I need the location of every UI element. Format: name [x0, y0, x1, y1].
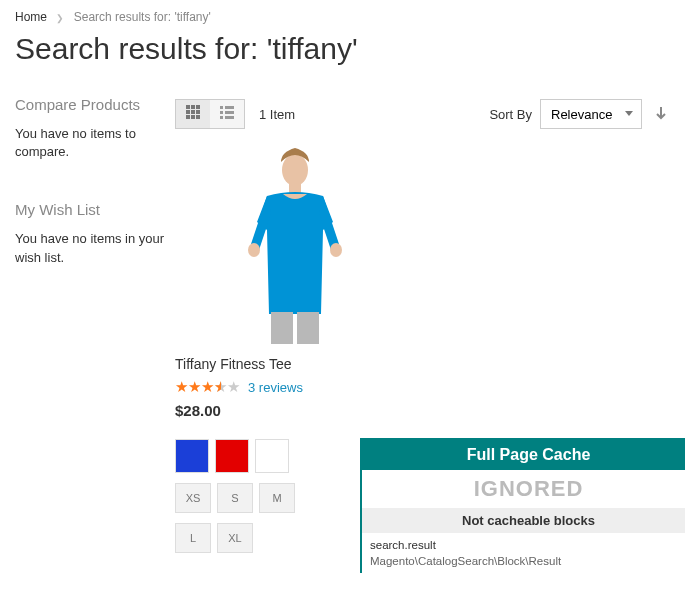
svg-rect-10 [225, 106, 234, 109]
size-m[interactable]: M [259, 483, 295, 513]
rating-stars: ★ ★ ★ ★ ★ [175, 378, 240, 396]
grid-icon [185, 104, 201, 124]
swatch-blue[interactable] [175, 439, 209, 473]
svg-rect-9 [220, 106, 223, 109]
size-xs[interactable]: XS [175, 483, 211, 513]
sort-by-label: Sort By [489, 107, 532, 122]
star-icon: ★ [201, 378, 214, 396]
fpc-status: IGNORED [362, 470, 685, 508]
svg-point-19 [330, 243, 342, 257]
fpc-title: Full Page Cache [362, 440, 685, 470]
list-view-button[interactable] [210, 100, 244, 128]
svg-rect-0 [186, 105, 190, 109]
product-name: Tiffany Fitness Tee [175, 356, 415, 372]
svg-rect-7 [191, 115, 195, 119]
fpc-block-name: search.result [370, 538, 685, 554]
star-icon: ★ [188, 378, 201, 396]
fpc-debug-panel: Full Page Cache IGNORED Not cacheable bl… [360, 438, 685, 573]
breadcrumb: Home ❯ Search results for: 'tiffany' [15, 10, 670, 24]
product-image [223, 144, 368, 344]
product-price: $28.00 [175, 402, 415, 419]
chevron-right-icon: ❯ [56, 13, 64, 23]
star-icon: ★ [175, 378, 188, 396]
svg-rect-13 [220, 116, 223, 119]
svg-point-16 [282, 154, 308, 186]
size-s[interactable]: S [217, 483, 253, 513]
svg-rect-6 [186, 115, 190, 119]
item-count: 1 Item [259, 107, 295, 122]
compare-empty: You have no items to compare. [15, 125, 165, 161]
reviews-link[interactable]: 3 reviews [248, 380, 303, 395]
sort-direction-button[interactable] [652, 105, 670, 123]
svg-rect-4 [191, 110, 195, 114]
svg-rect-12 [225, 111, 234, 114]
star-empty-icon: ★ [227, 378, 240, 396]
breadcrumb-home[interactable]: Home [15, 10, 47, 24]
size-xl[interactable]: XL [217, 523, 253, 553]
svg-rect-14 [225, 116, 234, 119]
fpc-block-item: search.result Magento\CatalogSearch\Bloc… [362, 533, 685, 573]
view-mode-switcher [175, 99, 245, 129]
compare-heading: Compare Products [15, 96, 165, 113]
svg-point-18 [248, 243, 260, 257]
svg-rect-21 [297, 312, 319, 344]
star-half-icon: ★ [214, 378, 227, 396]
fpc-subhead: Not cacheable blocks [362, 508, 685, 533]
grid-view-button[interactable] [176, 100, 210, 128]
svg-rect-5 [196, 110, 200, 114]
breadcrumb-current: Search results for: 'tiffany' [74, 10, 211, 24]
svg-rect-20 [271, 312, 293, 344]
size-l[interactable]: L [175, 523, 211, 553]
wishlist-empty: You have no items in your wish list. [15, 230, 165, 266]
swatch-white[interactable] [255, 439, 289, 473]
svg-rect-3 [186, 110, 190, 114]
svg-rect-8 [196, 115, 200, 119]
fpc-block-list[interactable]: search.result Magento\CatalogSearch\Bloc… [362, 533, 685, 573]
fpc-block-class: Magento\CatalogSearch\Block\Result [370, 554, 685, 570]
svg-rect-11 [220, 111, 223, 114]
list-icon [219, 104, 235, 124]
svg-rect-1 [191, 105, 195, 109]
svg-rect-2 [196, 105, 200, 109]
sort-select[interactable]: Relevance [540, 99, 642, 129]
wishlist-heading: My Wish List [15, 201, 165, 218]
arrow-down-icon [654, 106, 668, 123]
page-title: Search results for: 'tiffany' [15, 32, 670, 66]
swatch-red[interactable] [215, 439, 249, 473]
